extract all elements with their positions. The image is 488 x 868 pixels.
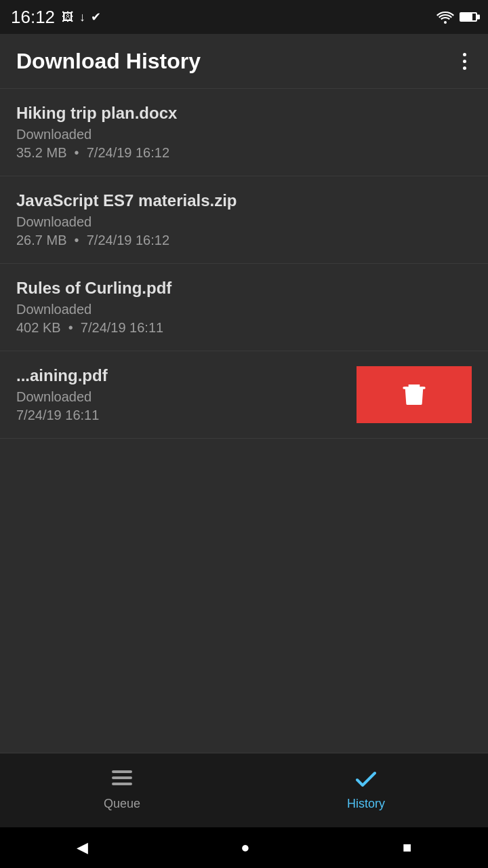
back-button[interactable]: ◀ <box>71 833 94 862</box>
file-meta: 402 KB • 7/24/19 16:11 <box>16 320 472 336</box>
download-arrow-icon: ↓ <box>79 10 85 24</box>
svg-rect-4 <box>112 776 132 779</box>
image-icon: 🖼 <box>62 10 74 24</box>
file-name: Rules of Curling.pdf <box>16 279 472 298</box>
delete-button[interactable] <box>357 366 472 423</box>
history-check-icon <box>356 770 376 793</box>
svg-rect-5 <box>112 783 132 785</box>
svg-rect-3 <box>112 770 132 773</box>
more-options-button[interactable] <box>458 47 472 75</box>
trash-icon <box>401 381 428 408</box>
list-item[interactable]: JavaScript ES7 materials.zip Downloaded … <box>0 176 488 263</box>
app-title: Download History <box>16 49 201 74</box>
file-meta: 26.7 MB • 7/24/19 16:12 <box>16 233 472 248</box>
status-bar-right <box>436 10 477 24</box>
status-bar-left: 16:12 🖼 ↓ ✔ <box>11 7 101 28</box>
file-status: Downloaded <box>16 389 350 405</box>
status-bar: 16:12 🖼 ↓ ✔ <box>0 0 488 34</box>
list-icon <box>112 770 132 793</box>
check-icon: ✔ <box>91 9 101 24</box>
tab-history[interactable]: History <box>244 762 488 819</box>
status-time: 16:12 <box>11 7 55 28</box>
svg-point-0 <box>444 21 447 24</box>
file-name: ...aining.pdf <box>16 366 350 385</box>
tab-queue-label: Queue <box>104 797 140 811</box>
list-item-content: ...aining.pdf Downloaded 7/24/19 16:11 <box>16 366 357 423</box>
file-name: Hiking trip plan.docx <box>16 104 472 123</box>
file-name: JavaScript ES7 materials.zip <box>16 191 472 210</box>
download-list: Hiking trip plan.docx Downloaded 35.2 MB… <box>0 89 488 439</box>
file-status: Downloaded <box>16 302 472 317</box>
list-item-swiped[interactable]: ...aining.pdf Downloaded 7/24/19 16:11 <box>0 351 488 438</box>
battery-icon <box>460 12 477 22</box>
status-icons: 🖼 ↓ ✔ <box>62 9 101 24</box>
wifi-icon <box>436 10 454 24</box>
tab-queue[interactable]: Queue <box>0 762 244 819</box>
recent-button[interactable]: ■ <box>397 833 417 862</box>
list-item[interactable]: Hiking trip plan.docx Downloaded 35.2 MB… <box>0 89 488 176</box>
bottom-nav: Queue History <box>0 753 488 827</box>
file-meta: 35.2 MB • 7/24/19 16:12 <box>16 145 472 161</box>
file-meta: 7/24/19 16:11 <box>16 408 350 423</box>
file-status: Downloaded <box>16 127 472 142</box>
home-button[interactable]: ● <box>235 833 255 862</box>
system-nav-bar: ◀ ● ■ <box>0 827 488 868</box>
list-item[interactable]: Rules of Curling.pdf Downloaded 402 KB •… <box>0 264 488 351</box>
file-status: Downloaded <box>16 214 472 230</box>
tab-history-label: History <box>347 797 385 811</box>
app-bar: Download History <box>0 34 488 88</box>
